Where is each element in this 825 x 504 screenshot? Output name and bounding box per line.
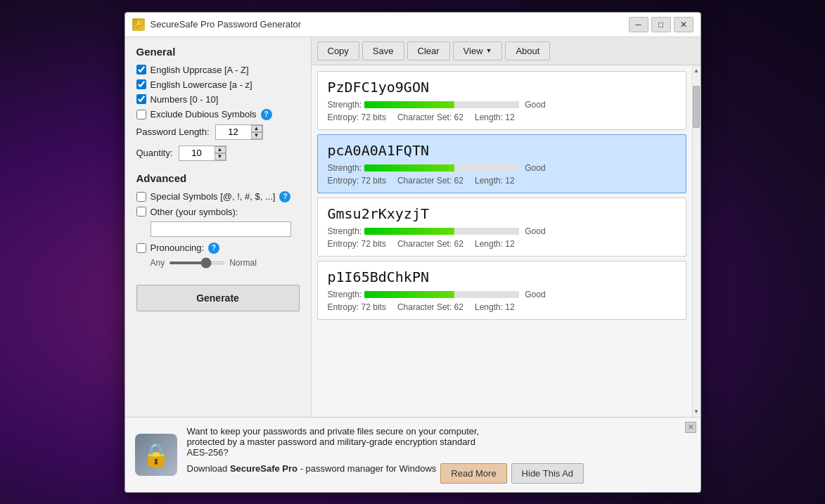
toolbar: Copy Save Clear View ▼ About (312, 37, 701, 65)
ad-banner: ✕ 🔒 Want to keep your passwords and priv… (125, 417, 701, 492)
ad-text-line1: Want to keep your passwords and private … (187, 426, 691, 437)
password-meta-3: Strength: Good (328, 290, 676, 299)
password-details-1: Entropy: 72 bits Character Set: 62 Lengt… (328, 176, 676, 186)
checkbox-uppercase-label: English Upprcase [A - Z] (151, 65, 249, 75)
checkbox-dubious-input[interactable] (136, 110, 146, 119)
right-panel: Copy Save Clear View ▼ About PzDFC1yo9GO… (312, 37, 701, 417)
sidebar: General English Upprcase [A - Z] English… (125, 37, 312, 417)
password-text-0: PzDFC1yo9GON (328, 79, 676, 96)
password-details-2: Entropy: 72 bits Character Set: 62 Lengt… (328, 239, 676, 249)
checkbox-lowercase-label: English Lowercase [a - z] (151, 79, 252, 90)
password-item-1[interactable]: pcA0A0A1FQTN Strength: Good Entropy: 72 … (317, 134, 686, 193)
scrollbar-up-arrow[interactable]: ▲ (691, 65, 700, 76)
other-symbols-input[interactable] (151, 221, 291, 237)
advanced-section: Advanced Special Symbols [@, !, #, $, ..… (136, 172, 300, 268)
checkbox-lowercase-input[interactable] (136, 79, 146, 89)
password-length-increment[interactable]: ▲ (251, 125, 262, 132)
password-item-2[interactable]: Gmsu2rKxyzjT Strength: Good Entropy: 72 … (317, 198, 686, 257)
quantity-decrement[interactable]: ▼ (215, 153, 226, 160)
read-more-button[interactable]: Read More (440, 463, 506, 484)
ad-close-button[interactable]: ✕ (685, 422, 696, 433)
window-controls: ─ □ ✕ (629, 17, 693, 32)
scrollbar-thumb[interactable] (693, 86, 700, 128)
checkbox-numbers: Numbers [0 - 10] (136, 94, 300, 105)
scrollbar-track[interactable]: ▲ ▼ (692, 65, 701, 417)
checkbox-pronouncing: Pronouncing: ? (136, 243, 300, 254)
quantity-increment[interactable]: ▲ (215, 146, 226, 153)
password-meta-2: Strength: Good (328, 226, 676, 236)
special-help-icon[interactable]: ? (279, 191, 290, 202)
password-length-spinner-btns: ▲ ▼ (251, 125, 262, 139)
password-length-spinner: 12 ▲ ▼ (215, 124, 263, 140)
checkbox-pronouncing-label: Pronouncing: (151, 243, 205, 253)
checkbox-lowercase: English Lowercase [a - z] (136, 79, 300, 90)
maximize-button[interactable]: □ (651, 17, 671, 32)
hide-ad-button[interactable]: Hide This Ad (511, 463, 584, 484)
app-icon: 🔑 (132, 18, 145, 31)
slider-left-label: Any (151, 258, 165, 268)
password-text-1: pcA0A0A1FQTN (328, 142, 676, 159)
dubious-help-icon[interactable]: ? (261, 109, 272, 120)
pronouncing-help-icon[interactable]: ? (208, 243, 219, 254)
password-item-0[interactable]: PzDFC1yo9GON Strength: Good Entropy: 72 … (317, 71, 686, 130)
quantity-spinner-btns: ▲ ▼ (215, 146, 226, 160)
checkbox-uppercase: English Upprcase [A - Z] (136, 65, 300, 75)
checkbox-other-input[interactable] (136, 207, 146, 217)
main-content: General English Upprcase [A - Z] English… (125, 37, 701, 417)
checkbox-other-label: Other (your symbols): (151, 207, 238, 217)
copy-button[interactable]: Copy (317, 41, 359, 60)
checkbox-uppercase-input[interactable] (136, 65, 146, 75)
password-length-row: Password Length: 12 ▲ ▼ (136, 124, 300, 140)
checkbox-numbers-input[interactable] (136, 94, 146, 104)
pronouncing-slider[interactable] (169, 261, 225, 264)
quantity-row: Quantity: 10 ▲ ▼ (136, 146, 300, 161)
view-button[interactable]: View ▼ (453, 41, 503, 60)
password-text-2: Gmsu2rKxyzjT (328, 205, 676, 222)
password-details-3: Entropy: 72 bits Character Set: 62 Lengt… (328, 302, 676, 312)
password-meta-0: Strength: Good (328, 100, 676, 110)
password-details-0: Entropy: 72 bits Character Set: 62 Lengt… (328, 112, 676, 122)
title-bar: 🔑 SecureSafe Pro Password Generator ─ □ … (125, 13, 701, 37)
checkbox-dubious-label: Exclude Dubious Symbols (151, 109, 257, 119)
checkbox-numbers-label: Numbers [0 - 10] (151, 94, 219, 105)
password-text-3: p1I65BdChkPN (328, 269, 676, 285)
checkbox-special: Special Symbols [@, !, #, $, ...] ? (136, 191, 300, 202)
ad-icon: 🔒 (135, 434, 177, 476)
app-window: 🔑 SecureSafe Pro Password Generator ─ □ … (124, 12, 701, 493)
generate-button[interactable]: Generate (136, 285, 300, 311)
slider-right-label: Normal (229, 258, 257, 268)
checkbox-pronouncing-input[interactable] (136, 243, 146, 253)
minimize-button[interactable]: ─ (629, 17, 648, 32)
checkbox-dubious: Exclude Dubious Symbols ? (136, 109, 300, 120)
quantity-label: Quantity: (136, 148, 173, 158)
password-panel: PzDFC1yo9GON Strength: Good Entropy: 72 … (312, 65, 701, 417)
checkbox-special-label: Special Symbols [@, !, #, $, ...] (151, 191, 276, 202)
password-length-label: Password Length: (136, 127, 210, 137)
window-title: SecureSafe Pro Password Generator (151, 19, 623, 30)
checkbox-other: Other (your symbols): (136, 207, 300, 217)
password-meta-1: Strength: Good (328, 163, 676, 173)
ad-text-line3: AES-256? (187, 447, 691, 458)
ad-download-text: Download SecureSafe Pro - password manag… (187, 463, 437, 484)
ad-text-line2: protected by a master password and milit… (187, 437, 691, 447)
save-button[interactable]: Save (362, 41, 404, 60)
view-dropdown-arrow: ▼ (486, 47, 492, 54)
pronouncing-slider-container: Any Normal (151, 258, 300, 268)
password-list: PzDFC1yo9GON Strength: Good Entropy: 72 … (312, 65, 692, 417)
close-button[interactable]: ✕ (674, 17, 693, 32)
general-section-title: General (136, 46, 300, 58)
ad-text: Want to keep your passwords and private … (187, 426, 691, 484)
password-length-decrement[interactable]: ▼ (251, 132, 262, 139)
about-button[interactable]: About (505, 41, 550, 60)
ad-buttons: Download SecureSafe Pro - password manag… (187, 463, 691, 484)
view-button-label: View (463, 46, 483, 56)
checkbox-special-input[interactable] (136, 192, 146, 202)
clear-button[interactable]: Clear (407, 41, 450, 60)
quantity-input[interactable]: 10 (179, 146, 215, 160)
scrollbar-down-arrow[interactable]: ▼ (691, 406, 700, 417)
password-length-input[interactable]: 12 (216, 125, 251, 138)
quantity-spinner: 10 ▲ ▼ (179, 146, 226, 161)
password-item-3[interactable]: p1I65BdChkPN Strength: Good Entropy: 72 … (317, 261, 686, 320)
advanced-section-title: Advanced (136, 172, 300, 184)
